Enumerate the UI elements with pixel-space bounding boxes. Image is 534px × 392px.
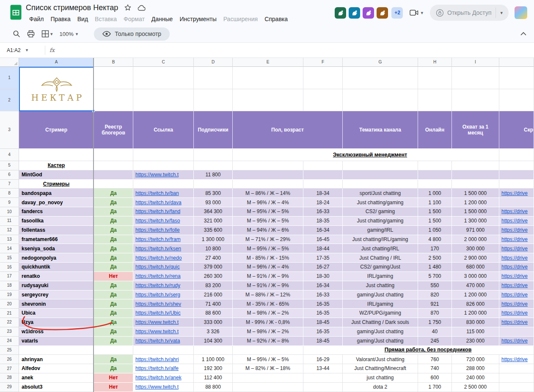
cell[interactable] <box>233 180 303 189</box>
frozen-pane-divider[interactable] <box>93 58 94 392</box>
cell[interactable] <box>418 89 452 111</box>
row-header[interactable]: 13 <box>0 235 19 244</box>
screenshots-link[interactable]: https://drive <box>499 244 534 253</box>
screenshots-link[interactable]: https://drive <box>499 318 534 327</box>
screenshots-link[interactable] <box>499 198 534 207</box>
row-header[interactable]: 11 <box>0 217 19 226</box>
screenshots-link[interactable]: https://drive <box>499 281 534 291</box>
row-header[interactable]: 28 <box>0 373 19 383</box>
cell[interactable] <box>343 89 418 111</box>
cell[interactable] <box>343 161 418 170</box>
row-header[interactable]: 2 <box>0 89 19 111</box>
column-header-D[interactable]: D <box>194 58 233 67</box>
channel-link[interactable]: https://twitch.tv/anek <box>133 373 194 383</box>
sheets-logo-icon[interactable] <box>10 5 22 22</box>
cell[interactable] <box>418 161 452 170</box>
cell[interactable] <box>133 161 194 170</box>
screenshots-link[interactable]: https://drive <box>499 253 534 263</box>
screenshots-link[interactable]: https://drive <box>499 355 534 364</box>
screenshots-link[interactable]: https://drive <box>499 217 534 226</box>
screenshots-link[interactable]: https://drive <box>499 189 534 198</box>
screenshots-link[interactable]: https://drive <box>499 272 534 281</box>
cell[interactable] <box>94 161 133 170</box>
channel-link[interactable]: https://twitch.tv/rudy <box>133 281 194 291</box>
cell[interactable] <box>303 180 343 189</box>
row-header[interactable]: 22 <box>0 318 19 327</box>
menu-edit[interactable]: Правка <box>47 14 74 24</box>
row-header[interactable]: 19 <box>0 291 19 300</box>
row-header[interactable]: 8 <box>0 189 19 198</box>
screenshots-link[interactable]: https://drive <box>499 235 534 244</box>
menu-tools[interactable]: Инструменты <box>176 14 220 24</box>
screenshots-link[interactable]: https://drive <box>499 309 534 318</box>
star-icon[interactable] <box>124 4 132 11</box>
row-header[interactable]: 5 <box>0 161 19 170</box>
cell[interactable] <box>133 180 194 189</box>
row-header[interactable]: 26 <box>0 355 19 364</box>
cell[interactable] <box>94 149 133 161</box>
row-header[interactable]: 29 <box>0 383 19 392</box>
cell[interactable] <box>499 161 534 170</box>
column-header-F[interactable]: F <box>303 58 343 67</box>
channel-link[interactable]: https://www.twitch.t <box>133 327 194 337</box>
meet-video-call-button[interactable]: ▾ <box>410 9 423 16</box>
screenshots-link[interactable] <box>499 327 534 337</box>
screenshots-link[interactable]: https://drive <box>499 207 534 217</box>
row-header[interactable]: 7 <box>0 180 19 189</box>
document-title[interactable]: Список стримеров Нектар <box>26 3 118 12</box>
cell[interactable] <box>133 89 194 111</box>
row-header[interactable]: 25 <box>0 346 19 355</box>
cell[interactable] <box>194 346 233 355</box>
menu-format[interactable]: Формат <box>120 14 148 24</box>
row-header[interactable]: 27 <box>0 364 19 373</box>
channel-link[interactable]: https://twitch.tv/ahri <box>133 355 194 364</box>
cell[interactable] <box>94 67 133 89</box>
profile-avatar[interactable] <box>515 6 527 19</box>
channel-link[interactable]: https://www.twitch.t <box>133 318 194 327</box>
search-icon[interactable] <box>13 30 20 38</box>
column-header-B[interactable]: B <box>94 58 133 67</box>
screenshots-link[interactable] <box>499 364 534 373</box>
menu-extensions[interactable]: Расширения <box>220 14 261 24</box>
row-header[interactable]: 23 <box>0 327 19 337</box>
column-header-G[interactable]: G <box>343 58 418 67</box>
row-header[interactable]: 10 <box>0 207 19 217</box>
cell[interactable] <box>452 67 499 89</box>
menu-insert[interactable]: Вставка <box>91 14 120 24</box>
name-box[interactable]: A1:A2 ▾ <box>0 47 41 53</box>
channel-link[interactable]: https://www.twitch.t <box>133 170 194 180</box>
collaborator-avatar[interactable] <box>377 7 388 19</box>
row-header[interactable]: 21 <box>0 309 19 318</box>
channel-link[interactable]: https://twitch.tv/ksen <box>133 244 194 253</box>
row-header[interactable]: 3 <box>0 111 19 149</box>
channel-link[interactable]: https://twitch.tv/dava <box>133 198 194 207</box>
cell[interactable] <box>194 149 233 161</box>
column-header-A[interactable]: A <box>19 58 94 67</box>
collaborator-avatar[interactable] <box>349 7 360 19</box>
menu-view[interactable]: Вид <box>74 14 91 24</box>
share-dropdown-icon[interactable]: ▾ <box>496 11 507 15</box>
cell[interactable] <box>452 89 499 111</box>
cell[interactable] <box>194 161 233 170</box>
menu-data[interactable]: Данные <box>148 14 176 24</box>
cell[interactable] <box>233 161 303 170</box>
channel-link[interactable]: https://twitch.tv/folle <box>133 226 194 235</box>
screenshots-link[interactable]: https://drive <box>499 299 534 309</box>
view-only-mode-button[interactable]: Только просмотр <box>94 27 170 41</box>
screenshots-link[interactable]: https://drive <box>499 226 534 235</box>
cell[interactable] <box>418 67 452 89</box>
column-header-H[interactable]: H <box>418 58 452 67</box>
select-all-button[interactable] <box>0 58 19 67</box>
channel-link[interactable]: https://twitch.tv/fram <box>133 235 194 244</box>
screenshots-link[interactable] <box>499 383 534 392</box>
row-header[interactable]: 24 <box>0 337 19 346</box>
collapse-toolbar-icon[interactable] <box>520 30 526 37</box>
cell[interactable] <box>94 89 133 111</box>
screenshots-link[interactable] <box>499 170 534 180</box>
cell[interactable] <box>418 180 452 189</box>
cell[interactable] <box>194 180 233 189</box>
row-header[interactable]: 18 <box>0 281 19 291</box>
row-header[interactable]: 20 <box>0 299 19 309</box>
print-icon[interactable] <box>27 30 35 38</box>
menu-file[interactable]: Файл <box>26 14 47 24</box>
